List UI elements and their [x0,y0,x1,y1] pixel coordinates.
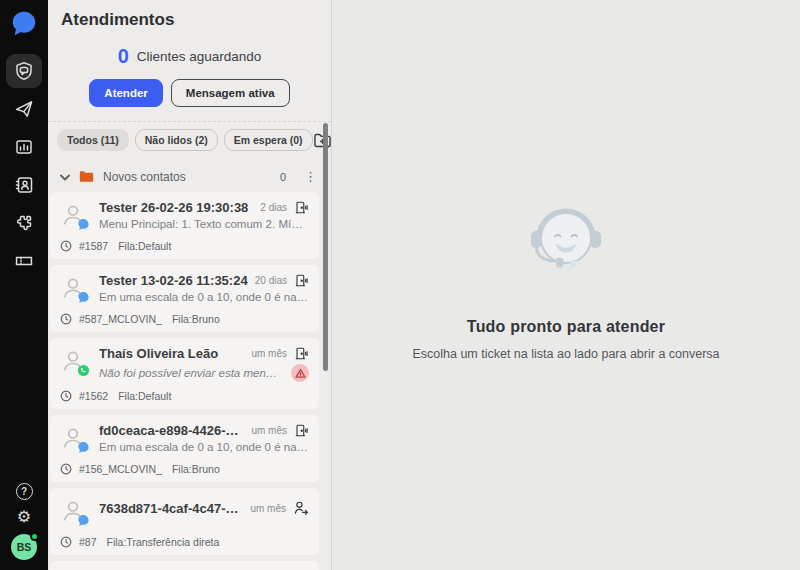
sidebar-item-contacts[interactable] [6,168,42,202]
page-title: Atendimentos [48,0,331,30]
send-error-warning-icon [291,364,309,382]
online-status-dot [30,532,39,541]
ticket-card[interactable]: Tester 26-02-26 19:30:38 2 dias Menu Pri… [50,192,319,259]
app-logo-chat-bubble-icon [8,8,40,40]
attend-button[interactable]: Atender [89,79,162,107]
waiting-count: 0 [118,45,129,68]
clock-icon [60,240,72,252]
chevron-down-icon[interactable] [60,170,70,184]
clock-icon [60,313,72,325]
ticket-footer: #156_MCLOVIN_ Fila:Bruno [60,463,309,475]
ticket-queue: Fila:Transferência direta [107,536,220,548]
nav-sidebar: ? ⚙ BS [0,0,48,570]
ticket-queue: Fila:Default [118,240,171,252]
ticket-queue: Fila:Bruno [172,313,220,325]
address-book-icon [14,175,34,195]
transfer-user-icon[interactable] [293,500,309,516]
settings-gear-icon[interactable]: ⚙ [17,509,31,525]
sidebar-item-dashboard[interactable] [6,130,42,164]
ticket-id: #1562 [79,390,108,402]
webchat-channel-icon [77,440,90,458]
scrollbar-thumb[interactable] [323,123,328,371]
contact-avatar [60,348,90,378]
ticket-card[interactable]: Thaís Oliveira Leão um mês Não foi possí… [50,338,319,409]
puzzle-icon [14,213,34,233]
ticket-list: Novos contatos 0 ⋮ Tester 26-02-26 19:3 [48,158,331,570]
ticket-title: 7638d871-4caf-4c47-9269-118bdd0... [99,501,243,516]
headset-agent-illustration [518,200,614,288]
ticket-icon [14,251,34,271]
ticket-card[interactable]: fd0ceaca-e898-4426-b4f9-29958693... um m… [50,415,319,482]
tab-todos[interactable]: Todos (11) [57,129,129,151]
ticket-footer: #1562 Fila:Default [60,390,309,402]
clock-icon [60,536,72,548]
bar-chart-icon [14,137,34,157]
contact-avatar [60,425,90,455]
ticket-footer: #1587 Fila:Default [60,240,309,252]
ticket-queue: Fila:Default [118,390,171,402]
ticket-preview: Em uma escala de 0 a 10, onde 0 é nada s… [99,291,309,303]
send-icon [14,99,34,119]
ticket-time: um mês [250,503,286,514]
chat-shield-icon [14,61,34,81]
ticket-title: Tester 13-02-26 11:35:24 [99,273,248,288]
ticket-card[interactable]: Tester 13-02-26 11:35:24 20 dias Em uma … [50,265,319,332]
tickets-panel: Atendimentos 0 Clientes aguardando Atend… [48,0,332,570]
user-avatar[interactable]: BS [11,534,37,560]
section-label: Novos contatos [103,170,186,184]
ticket-title: Tester 26-02-26 19:30:38 [99,200,253,215]
help-icon[interactable]: ? [16,483,33,500]
empty-state-title: Tudo pronto para atender [467,318,665,336]
ticket-preview: Menu Principal: 1. Texto comum 2. Mídia … [99,218,309,230]
tab-em-espera[interactable]: Em espera (0) [224,129,313,151]
ticket-id: #1587 [79,240,108,252]
ticket-main: fd0ceaca-e898-4426-b4f9-29958693... um m… [99,423,309,455]
conversation-empty-state: Tudo pronto para atender Escolha um tick… [332,0,800,570]
ticket-preview: Não foi possível enviar esta mensagem. [99,367,283,379]
contact-avatar [60,498,90,528]
active-message-button[interactable]: Mensagem ativa [171,79,290,107]
webchat-channel-icon [77,217,90,235]
section-header-novos-contatos[interactable]: Novos contatos 0 ⋮ [48,161,331,192]
sidebar-item-tickets[interactable] [6,244,42,278]
empty-state-subtitle: Escolha um ticket na lista ao lado para … [412,347,719,361]
ticket-id: #156_MCLOVIN_ [79,463,162,475]
waiting-label: Clientes aguardando [137,49,262,64]
door-exit-icon[interactable] [294,273,309,288]
ticket-main: Thaís Oliveira Leão um mês Não foi possí… [99,346,309,382]
header-buttons: Atender Mensagem ativa [48,79,331,121]
contact-avatar [60,275,90,305]
folder-icon [78,169,95,184]
ticket-preview: Em uma escala de 0 a 10, onde 0 é nada s… [99,441,309,453]
ticket-queue: Fila:Bruno [172,463,220,475]
ticket-time: um mês [251,425,287,436]
clock-icon [60,463,72,475]
ticket-time: 20 dias [255,275,287,286]
ticket-time: 2 dias [260,202,287,213]
door-exit-icon[interactable] [294,346,309,361]
ticket-title: fd0ceaca-e898-4426-b4f9-29958693... [99,423,244,438]
ticket-time: um mês [251,348,287,359]
contact-avatar [60,202,90,232]
ticket-card[interactable]: 7638d871-4caf-4c47-9269-118bdd0... um mê… [50,488,319,555]
app-window: ? ⚙ BS Atendimentos 0 Clientes aguardand… [0,0,800,570]
whatsapp-channel-icon [77,363,90,381]
ticket-card[interactable]: Tester 14-01-26 14:09:41 um mês Em uma e… [50,561,319,570]
ticket-main: 7638d871-4caf-4c47-9269-118bdd0... um mê… [99,496,309,528]
kebab-menu-icon[interactable]: ⋮ [304,170,317,183]
webchat-channel-icon [77,513,90,531]
sidebar-item-atendimentos[interactable] [6,54,42,88]
waiting-counter: 0 Clientes aguardando [48,45,331,68]
tab-nao-lidos[interactable]: Não lidos (2) [135,129,218,151]
door-exit-icon[interactable] [294,200,309,215]
avatar-initials: BS [17,541,32,553]
ticket-main: Tester 26-02-26 19:30:38 2 dias Menu Pri… [99,200,309,232]
door-exit-icon[interactable] [294,423,309,438]
sidebar-item-integrations[interactable] [6,206,42,240]
filter-tabs-row: Todos (11) Não lidos (2) Em espera (0) [48,121,331,158]
section-count: 0 [280,171,286,183]
ticket-main: Tester 13-02-26 11:35:24 20 dias Em uma … [99,273,309,305]
sidebar-item-campaigns[interactable] [6,92,42,126]
ticket-id: #587_MCLOVIN_ [79,313,162,325]
clock-icon [60,390,72,402]
